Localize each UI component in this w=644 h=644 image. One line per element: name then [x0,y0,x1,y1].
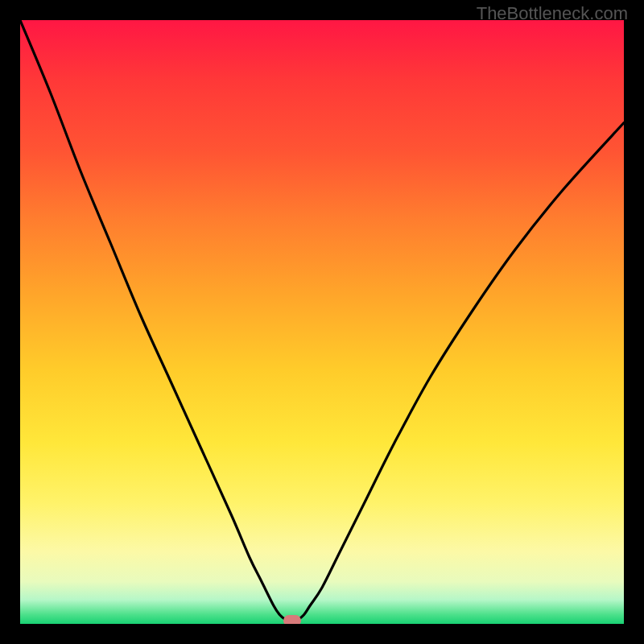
watermark-text: TheBottleneck.com [477,3,628,24]
plot-area [20,20,624,624]
bottleneck-curve [20,20,624,621]
optimal-point-marker [283,615,301,624]
chart-svg [20,20,624,624]
